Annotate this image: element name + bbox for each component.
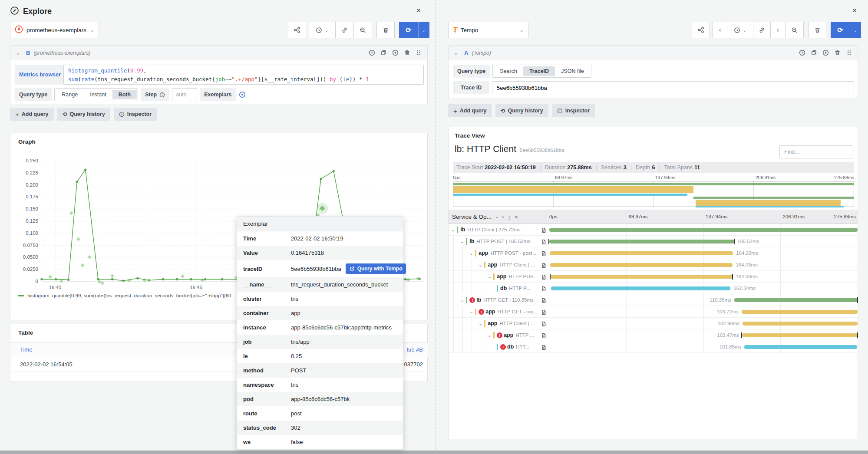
span-name-cell[interactable]: ⌄!appHTTP GET - roo... — [449, 306, 549, 317]
span-collapse-icon[interactable]: ⌄ — [469, 250, 473, 256]
span-duration-bar[interactable] — [744, 345, 857, 349]
span-logs-button[interactable] — [541, 286, 547, 293]
chevron-down-icon[interactable]: ⌄ — [495, 214, 498, 219]
expand-all-icon[interactable]: » — [515, 214, 518, 220]
span-logs-button[interactable] — [541, 239, 547, 247]
span-name-cell[interactable]: ⌄!lbHTTP GET | 110.35ms — [449, 294, 549, 306]
zoom-out-button[interactable] — [785, 22, 804, 38]
run-query-button[interactable]: ⟳ — [399, 22, 418, 38]
zoom-out-button[interactable] — [354, 22, 372, 38]
exemplar-point[interactable] — [110, 274, 114, 278]
series-point[interactable] — [55, 278, 57, 280]
tempo-tab-json-file[interactable]: JSON file — [555, 66, 590, 76]
span-timeline-cell[interactable]: 164.06ms — [549, 271, 858, 282]
span-timeline-cell[interactable]: 165.52ms — [549, 236, 858, 247]
span-row[interactable]: ⌄lbHTTP Client | 275.72ms — [449, 224, 858, 236]
span-name-cell[interactable]: ⌄lbHTTP POST | 165.52ms — [449, 236, 549, 247]
span-logs-button[interactable] — [541, 262, 547, 270]
span-row[interactable]: dbHTTP P...162.34ms — [449, 283, 858, 294]
series-point[interactable] — [204, 278, 206, 280]
series-point[interactable] — [404, 278, 406, 280]
tempo-tab-traceid[interactable]: TraceID — [523, 66, 555, 76]
link-button[interactable] — [336, 22, 354, 38]
series-point[interactable] — [122, 280, 125, 282]
service-op-column-header[interactable]: Service & Op... — [452, 214, 492, 220]
span-duration-bar[interactable] — [551, 286, 731, 290]
span-duration-bar[interactable] — [742, 333, 858, 337]
span-logs-button[interactable] — [541, 297, 547, 305]
span-logs-icon[interactable] — [541, 227, 547, 233]
series-point[interactable] — [148, 279, 150, 281]
span-collapse-icon[interactable]: ⌄ — [460, 239, 464, 244]
add-query-button[interactable]: +Add query — [10, 108, 54, 121]
legend-label[interactable]: histogram_quantile(0.99, sum(rate(tns_re… — [27, 293, 231, 298]
span-timeline-cell[interactable]: 164.29ms — [549, 247, 858, 259]
remove-query-icon[interactable] — [403, 49, 410, 56]
span-duration-bar[interactable] — [743, 322, 858, 326]
span-row[interactable]: ⌄!appHTTP GET - roo...103.72ms — [449, 306, 858, 318]
span-collapse-icon[interactable]: ⌄ — [479, 321, 482, 326]
span-name-cell[interactable]: ⌄lbHTTP Client | 275.72ms — [449, 224, 549, 235]
span-duration-bar[interactable] — [742, 310, 858, 314]
query-row-header[interactable]: ⌄ B (prometheus-exemplars) ? — [10, 46, 427, 60]
span-logs-icon[interactable] — [541, 251, 547, 257]
span-logs-icon[interactable] — [541, 239, 547, 245]
time-range-button[interactable]: ⌄ — [309, 22, 336, 38]
span-duration-bar[interactable] — [549, 228, 858, 232]
series-point[interactable] — [111, 278, 113, 280]
series-point[interactable] — [97, 278, 99, 280]
remove-query-icon[interactable] — [834, 49, 841, 56]
close-left-pane-button[interactable]: ✕ — [416, 7, 421, 14]
span-collapse-icon[interactable]: ⌄ — [469, 309, 473, 315]
span-logs-button[interactable] — [541, 321, 547, 329]
collapse-query-icon[interactable]: ⌄ — [16, 50, 20, 56]
metrics-browser-button[interactable]: Metrics browser › — [15, 65, 69, 85]
time-shift-back-button[interactable]: ‹ — [713, 22, 727, 38]
series-point[interactable] — [162, 278, 164, 280]
span-name-cell[interactable]: ⌄!appHTTP ... — [449, 329, 549, 341]
span-logs-icon[interactable] — [541, 321, 547, 327]
span-logs-icon[interactable] — [541, 333, 547, 339]
span-logs-icon[interactable] — [541, 309, 547, 315]
link-button[interactable] — [753, 22, 771, 38]
span-collapse-icon[interactable]: ⌄ — [488, 274, 492, 280]
span-row[interactable]: ⌄!lbHTTP GET | 110.35ms110.35ms — [449, 294, 858, 306]
span-duration-bar[interactable] — [551, 275, 733, 279]
span-logs-icon[interactable] — [541, 263, 547, 268]
span-duration-bar[interactable] — [550, 263, 733, 267]
run-query-interval-dropdown[interactable]: ⌄ — [850, 22, 861, 38]
series-point[interactable] — [190, 278, 192, 280]
series-point[interactable] — [84, 168, 86, 171]
span-timeline-cell[interactable]: 103.47ms — [549, 329, 858, 341]
query-history-button[interactable]: ⟲Query history — [57, 108, 110, 121]
span-duration-bar[interactable] — [734, 298, 858, 302]
drag-handle-icon[interactable] — [845, 49, 852, 56]
tempo-tab-search[interactable]: Search — [494, 66, 523, 76]
table-col-time[interactable]: Time — [20, 346, 32, 353]
exemplar-point[interactable] — [76, 237, 80, 241]
collapse-all-icon[interactable]: ⌄⌄ — [508, 215, 511, 219]
span-logs-button[interactable] — [541, 227, 547, 235]
exemplar-point[interactable] — [406, 278, 410, 282]
query-with-tempo-button[interactable]: Query with Tempo — [346, 263, 406, 274]
share-button[interactable] — [692, 22, 710, 38]
span-logs-button[interactable] — [541, 274, 547, 282]
run-query-interval-dropdown[interactable]: ⌄ — [418, 22, 429, 38]
query-type-option-range[interactable]: Range — [56, 90, 84, 99]
series-point[interactable] — [40, 278, 43, 280]
span-timeline-cell[interactable]: 110.35ms — [549, 294, 858, 306]
trace-minimap[interactable] — [453, 181, 854, 207]
span-name-cell[interactable]: ⌄appHTTP Client | ... — [449, 318, 549, 329]
span-logs-button[interactable] — [541, 332, 547, 340]
exemplar-point[interactable] — [181, 274, 185, 278]
span-row[interactable]: ⌄appHTTP Client | ...102.96ms — [449, 318, 858, 329]
span-logs-icon[interactable] — [541, 286, 547, 292]
close-right-pane-button[interactable]: ✕ — [852, 7, 857, 14]
series-point[interactable] — [136, 277, 139, 280]
exemplars-toggle-icon[interactable] — [238, 91, 246, 99]
span-timeline-cell[interactable]: 103.72ms — [549, 306, 858, 317]
span-logs-icon[interactable] — [541, 298, 547, 303]
query-help-icon[interactable]: ? — [368, 49, 375, 56]
span-name-cell[interactable]: ⌄appHTTP POST - post ... — [449, 247, 549, 259]
duplicate-query-icon[interactable] — [810, 49, 817, 56]
